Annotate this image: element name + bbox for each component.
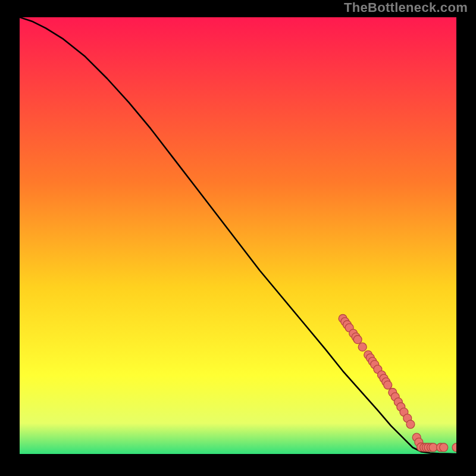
curve-layer (20, 17, 456, 454)
watermark-text: TheBottleneck.com (344, 0, 468, 15)
data-markers (339, 314, 456, 451)
data-marker (358, 343, 367, 351)
data-marker (384, 381, 392, 389)
data-marker (353, 336, 362, 344)
data-marker (440, 443, 448, 452)
chart-container: TheBottleneck.com (0, 0, 476, 476)
data-marker (452, 443, 456, 452)
plot-area (18, 15, 458, 456)
data-marker (406, 420, 415, 428)
